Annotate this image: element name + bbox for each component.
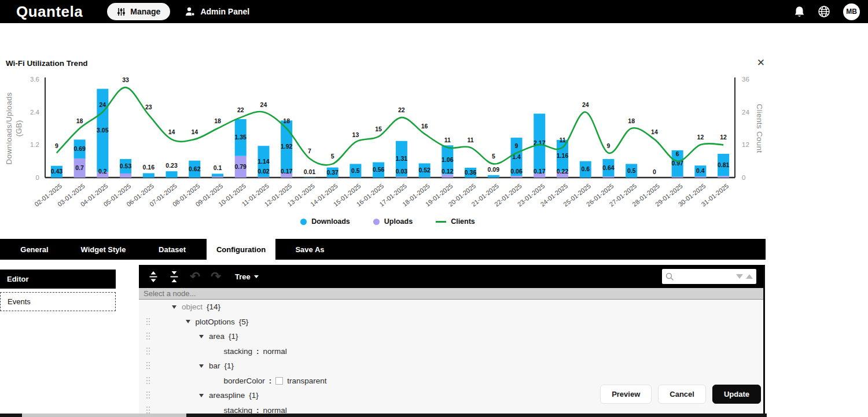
- field-key[interactable]: stacking: [224, 406, 253, 414]
- search-next-icon[interactable]: [736, 274, 743, 279]
- svg-text:0.53: 0.53: [120, 163, 132, 169]
- tab-configuration[interactable]: Configuration: [207, 239, 275, 260]
- drag-handle-icon[interactable]: [146, 392, 148, 393]
- legend-label: Clients: [451, 217, 475, 226]
- svg-text:0.5: 0.5: [627, 167, 636, 174]
- sidebar-item-editor[interactable]: Editor: [0, 270, 116, 289]
- search-input[interactable]: [674, 272, 736, 281]
- chart-title: Wi-Fi Utilization Trend: [6, 59, 88, 68]
- svg-text:9: 9: [515, 142, 518, 149]
- svg-text:14: 14: [651, 128, 658, 135]
- node-child-count: {1}: [249, 391, 259, 400]
- expand-arrow-icon[interactable]: [199, 335, 204, 338]
- svg-text:0.6: 0.6: [581, 165, 590, 172]
- svg-text:0.1: 0.1: [214, 164, 222, 171]
- drag-handle-icon[interactable]: [146, 407, 148, 408]
- bar-downloads: [166, 171, 178, 178]
- node-key: object: [182, 302, 203, 311]
- node-key: area: [209, 332, 225, 341]
- legend-item-clients[interactable]: Clients: [436, 217, 475, 226]
- drag-handle-icon[interactable]: [146, 362, 148, 363]
- color-swatch[interactable]: [275, 377, 283, 385]
- action-buttons: Preview Cancel Update: [600, 385, 761, 404]
- sidebar-item-events[interactable]: Events: [0, 292, 116, 311]
- svg-text:5: 5: [331, 153, 334, 160]
- svg-text:0.16: 0.16: [143, 164, 155, 171]
- svg-text:1.16: 1.16: [557, 152, 569, 159]
- downloads-marker-icon: [300, 219, 307, 225]
- search-prev-icon[interactable]: [746, 274, 753, 279]
- user-avatar[interactable]: MB: [843, 3, 860, 20]
- svg-text:18: 18: [76, 117, 83, 124]
- legend-label: Downloads: [311, 217, 350, 226]
- field-key[interactable]: stacking: [224, 347, 253, 356]
- svg-text:0.81: 0.81: [718, 161, 730, 168]
- tree-node-object[interactable]: object{14}: [139, 300, 763, 315]
- svg-text:18: 18: [283, 117, 290, 124]
- avatar-initials: MB: [846, 8, 857, 16]
- field-value[interactable]: transparent: [287, 377, 326, 385]
- collapse-all-button[interactable]: [167, 269, 182, 284]
- field-value[interactable]: normal: [263, 406, 287, 414]
- manage-button[interactable]: Manage: [107, 3, 170, 20]
- update-button[interactable]: Update: [712, 385, 761, 404]
- tree-node-stacking[interactable]: stacking:normal: [139, 403, 763, 414]
- undo-button[interactable]: ↶: [187, 269, 203, 284]
- expand-arrow-icon[interactable]: [186, 320, 190, 323]
- globe-language-icon[interactable]: [818, 5, 830, 18]
- expand-arrow-icon[interactable]: [199, 364, 204, 368]
- svg-text:0.79: 0.79: [235, 163, 247, 170]
- node-path-placeholder: Select a node...: [144, 289, 196, 298]
- svg-text:3.05: 3.05: [97, 127, 109, 134]
- drag-handle-icon[interactable]: [146, 318, 148, 319]
- editor-label: Editor: [7, 275, 29, 283]
- uploads-marker-icon: [373, 219, 380, 225]
- svg-text:12: 12: [697, 134, 704, 141]
- close-icon[interactable]: ✕: [757, 57, 765, 69]
- redo-button[interactable]: ↷: [208, 269, 223, 284]
- expand-arrow-icon[interactable]: [199, 394, 204, 397]
- admin-panel-link[interactable]: Admin Panel: [185, 7, 249, 16]
- tree-node-plotOptions[interactable]: plotOptions{5}: [139, 315, 763, 330]
- node-child-count: {1}: [229, 332, 238, 341]
- legend-item-uploads[interactable]: Uploads: [373, 217, 413, 226]
- svg-text:Clients Count: Clients Count: [755, 104, 764, 153]
- bar-uploads: [396, 177, 407, 178]
- tab-dataset[interactable]: Dataset: [138, 239, 207, 260]
- tree-node-stacking[interactable]: stacking:normal: [139, 344, 763, 359]
- tree-node-bar[interactable]: bar{1}: [139, 359, 763, 374]
- svg-text:16: 16: [421, 123, 428, 130]
- colon: :: [256, 406, 259, 414]
- editor-toolbar: ↶ ↷ Tree: [139, 265, 763, 288]
- sliders-icon: [117, 8, 126, 16]
- svg-text:33: 33: [122, 76, 129, 83]
- mode-dropdown[interactable]: Tree: [235, 272, 259, 281]
- drag-handle-icon[interactable]: [146, 348, 148, 349]
- svg-text:0.2: 0.2: [98, 168, 107, 175]
- notifications-bell-icon[interactable]: [794, 6, 805, 18]
- node-path-bar[interactable]: Select a node...: [139, 288, 763, 300]
- svg-text:1.2: 1.2: [30, 141, 39, 148]
- field-key[interactable]: borderColor: [224, 377, 265, 385]
- svg-text:11: 11: [559, 136, 565, 143]
- chart-legend: DownloadsUploadsClients: [0, 217, 775, 226]
- svg-text:9: 9: [607, 142, 610, 149]
- svg-text:13: 13: [352, 131, 359, 138]
- drag-handle-icon[interactable]: [146, 333, 148, 334]
- tree-node-area[interactable]: area{1}: [139, 329, 763, 344]
- tab-widget-style[interactable]: Widget Style: [69, 239, 138, 260]
- bar-uploads: [511, 176, 523, 178]
- preview-button[interactable]: Preview: [600, 385, 652, 404]
- tab-save-as[interactable]: Save As: [275, 239, 344, 260]
- scrollbar-thumb[interactable]: [22, 414, 186, 417]
- expand-arrow-icon[interactable]: [172, 305, 176, 309]
- svg-text:0.22: 0.22: [557, 168, 569, 175]
- legend-item-downloads[interactable]: Downloads: [300, 217, 350, 226]
- bar-uploads: [258, 177, 269, 178]
- field-value[interactable]: normal: [263, 347, 287, 356]
- cancel-button[interactable]: Cancel: [658, 385, 706, 404]
- tab-general[interactable]: General: [0, 239, 69, 260]
- drag-handle-icon[interactable]: [146, 377, 148, 378]
- expand-all-button[interactable]: [146, 269, 161, 284]
- wifi-utilization-chart: 01.22.43.60122436Downloads/Uploads(GB)Cl…: [0, 75, 775, 221]
